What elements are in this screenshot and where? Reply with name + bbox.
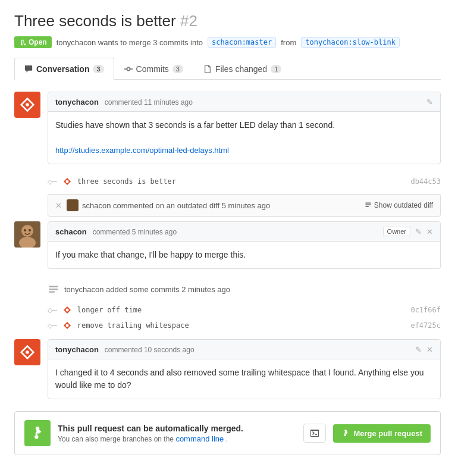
outdated-close-btn[interactable]: ✕ xyxy=(55,201,62,210)
git-icon-1 xyxy=(19,96,36,113)
avatar-tonychacon-2 xyxy=(14,339,40,365)
commit-icon xyxy=(124,65,133,73)
comment-3: tonychacon commented 10 seconds ago ✎ ✕ … xyxy=(14,339,441,399)
comment-time-3: commented 10 seconds ago xyxy=(105,346,194,354)
comment-2: schacon commented 5 minutes ago Owner ✎ … xyxy=(14,221,441,269)
edit-icon-2[interactable]: ✎ xyxy=(415,227,422,236)
comment-box-2: schacon commented 5 minutes ago Owner ✎ … xyxy=(48,221,441,269)
svg-rect-15 xyxy=(49,291,55,292)
svg-point-17 xyxy=(65,309,68,312)
svg-point-11 xyxy=(24,229,26,231)
badge-label: Open xyxy=(29,38,47,46)
comment-header-2: schacon commented 5 minutes ago Owner ✎ … xyxy=(48,222,440,242)
merge-subtitle-end: . xyxy=(226,435,228,443)
svg-point-0 xyxy=(127,67,130,70)
pr-title: Three seconds is better #2 xyxy=(14,12,441,30)
git-icon-2 xyxy=(19,344,36,361)
chat-icon xyxy=(24,65,33,73)
comment-link-1[interactable]: http://studies.example.com/optimal-led-d… xyxy=(55,146,229,155)
merge-pull-request-button[interactable]: Merge pull request xyxy=(333,424,431,443)
comment-text-3: I changed it to 4 seconds and also remov… xyxy=(55,367,433,392)
commit-line-2: ◇─ longer off time 0c1f66f xyxy=(14,302,441,318)
svg-point-12 xyxy=(29,229,31,231)
tab-commits[interactable]: Commits 3 xyxy=(114,58,193,80)
merge-text: This pull request can be automatically m… xyxy=(58,424,296,443)
tab-conversation[interactable]: Conversation 3 xyxy=(14,58,114,80)
comment-meta-3: tonychacon commented 10 seconds ago xyxy=(55,345,194,354)
commit-hash-2: 0c1f66f xyxy=(410,306,441,314)
comment-time-1: commented 11 minutes ago xyxy=(105,98,193,107)
merge-btn-icon xyxy=(341,429,350,437)
tab-commits-label: Commits xyxy=(136,64,169,74)
merge-footer: This pull request can be automatically m… xyxy=(14,411,441,455)
svg-point-5 xyxy=(26,103,29,107)
edit-icon-1[interactable]: ✎ xyxy=(426,98,433,107)
outdated-icon xyxy=(365,202,372,209)
comment-actions-3: ✎ ✕ xyxy=(415,345,433,354)
avatar-schacon xyxy=(14,221,40,248)
comment-actions-1: ✎ xyxy=(426,98,433,107)
commit-arrow-2: ◇─ xyxy=(48,306,57,314)
head-branch[interactable]: tonychacon:slow-blink xyxy=(301,37,400,48)
comment-body-2: If you make that change, I'll be happy t… xyxy=(48,242,440,268)
merge-subtitle: You can also merge branches on the comma… xyxy=(58,434,296,443)
comment-author-1: tonychacon xyxy=(55,98,99,107)
svg-rect-13 xyxy=(49,286,58,287)
commit-msg-2: longer off time xyxy=(77,306,142,314)
commits-added-text: tonychacon added some commits 2 minutes … xyxy=(64,285,230,294)
tab-files[interactable]: Files changed 1 xyxy=(193,58,291,80)
comment-box-1: tonychacon commented 11 minutes ago ✎ St… xyxy=(48,92,441,164)
base-branch[interactable]: schacon:master xyxy=(208,37,276,48)
svg-point-22 xyxy=(26,350,29,354)
tabs-bar: Conversation 3 Commits 3 Files changed 1 xyxy=(14,58,441,80)
commit-msg-3: remove trailing whitespace xyxy=(77,321,189,330)
timeline: tonychacon commented 11 minutes ago ✎ St… xyxy=(14,92,441,399)
from-text: from xyxy=(281,38,296,47)
edit-icon-3[interactable]: ✎ xyxy=(415,345,422,354)
comment-author-3: tonychacon xyxy=(55,345,99,354)
comment-header-1: tonychacon commented 11 minutes ago ✎ xyxy=(48,92,440,112)
pr-meta: Open tonychacon wants to merge 3 commits… xyxy=(14,36,441,48)
commit-msg-1: three seconds is better xyxy=(77,177,176,186)
tab-conversation-label: Conversation xyxy=(36,64,89,74)
commit-diamond-2 xyxy=(63,306,71,314)
show-outdated-btn[interactable]: Show outdated diff xyxy=(365,201,433,209)
show-outdated-label: Show outdated diff xyxy=(374,201,433,209)
file-icon xyxy=(203,65,212,73)
commit-line-1: ◇─ three seconds is better db44c53 xyxy=(14,174,441,189)
git-pull-request-icon xyxy=(19,39,26,46)
comment-body-1: Studies have shown that 3 seconds is a f… xyxy=(48,112,440,164)
pr-number: #2 xyxy=(180,12,197,30)
commit-arrow-1: ◇─ xyxy=(48,178,57,186)
comment-meta-2: schacon commented 5 minutes ago xyxy=(55,227,177,236)
comment-time-2: commented 5 minutes ago xyxy=(93,228,177,236)
svg-point-19 xyxy=(65,324,68,327)
comment-text-2: If you make that change, I'll be happy t… xyxy=(55,249,433,261)
commit-hash-3: ef4725c xyxy=(410,321,441,330)
svg-point-7 xyxy=(65,180,68,183)
merge-btn-label: Merge pull request xyxy=(353,429,422,438)
commit-diamond-1 xyxy=(63,177,71,186)
tab-files-label: Files changed xyxy=(215,64,267,74)
command-line-link[interactable]: command line xyxy=(175,434,224,443)
comment-header-3: tonychacon commented 10 seconds ago ✎ ✕ xyxy=(48,340,440,359)
commits-added-svg xyxy=(48,284,59,295)
commit-hash-1: db44c53 xyxy=(410,177,441,186)
terminal-icon xyxy=(310,428,319,438)
commits-added-row: tonychacon added some commits 2 minutes … xyxy=(14,278,441,300)
tab-conversation-count: 3 xyxy=(93,65,103,73)
merge-local-button[interactable] xyxy=(303,424,326,443)
svg-point-9 xyxy=(21,225,33,237)
merge-title: This pull request can be automatically m… xyxy=(58,424,243,433)
comment-actions-2: Owner ✎ ✕ xyxy=(383,227,433,236)
owner-badge: Owner xyxy=(383,227,410,236)
meta-text: tonychacon wants to merge 3 commits into xyxy=(57,38,203,47)
svg-rect-14 xyxy=(49,289,58,290)
close-icon-3[interactable]: ✕ xyxy=(426,345,433,354)
close-icon-2[interactable]: ✕ xyxy=(426,227,433,236)
merge-subtitle-text: You can also merge branches on the xyxy=(58,435,174,443)
outdated-text: schacon commented on an outdated diff 5 … xyxy=(82,201,270,210)
open-badge: Open xyxy=(14,36,52,48)
comment-body-3: I changed it to 4 seconds and also remov… xyxy=(48,359,440,399)
tab-commits-count: 3 xyxy=(172,65,183,73)
